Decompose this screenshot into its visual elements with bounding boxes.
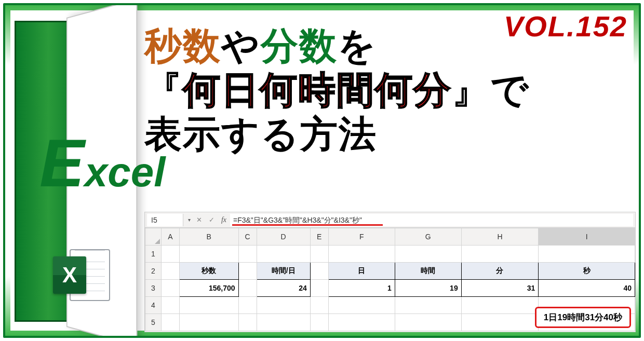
cell-B4[interactable] [180,297,238,314]
title-bracket-close-de: 』で [452,69,530,111]
table-row: 2 秒数 時間/日 日 時間 分 秒 [145,263,635,280]
formula-underline [232,224,383,226]
excel-wordmark-xcel: xcel [85,149,166,195]
cell-H3[interactable]: 31 [461,280,539,297]
excel-screenshot: I5 ▾ ✕ ✓ fx =F3&"日"&G3&"時間"&H3&"分"&I3&"秒… [144,212,636,332]
cell-G5[interactable] [395,314,461,331]
col-header-H[interactable]: H [461,228,539,245]
title-block: 秒数や分数を 『何日何時間何分』で 表示する方法 [144,24,628,156]
title-minutes: 分数 [261,25,338,66]
confirm-formula-icon[interactable]: ✓ [205,216,218,224]
cell-I2[interactable]: 秒 [539,263,635,280]
col-header-E[interactable]: E [310,228,328,245]
row-header-1[interactable]: 1 [145,245,162,263]
column-header-row: A B C D E F G H I [145,228,635,245]
cell-D4[interactable] [257,297,310,314]
cell-B1[interactable] [180,245,238,263]
cell-A4[interactable] [161,297,179,314]
cell-C4[interactable] [238,297,257,314]
col-header-I[interactable]: I [539,228,635,245]
col-header-A[interactable]: A [161,228,179,245]
excel-app-icon: X [53,249,110,301]
col-header-C[interactable]: C [238,228,257,245]
cell-A3[interactable] [161,280,179,297]
title-bracket-open: 『 [144,69,183,111]
col-header-D[interactable]: D [257,228,310,245]
cell-F1[interactable] [328,245,395,263]
title-line-2: 『何日何時間何分』で [144,68,628,112]
volume-label: VOL.152 [504,9,627,43]
title-wo: を [338,25,377,66]
cell-H4[interactable] [461,297,539,314]
col-header-G[interactable]: G [395,228,461,245]
cell-A2[interactable] [161,263,179,280]
cell-H5[interactable] [461,314,539,331]
select-all-corner[interactable] [145,228,162,245]
title-line-3: 表示する方法 [144,112,628,156]
cell-E1[interactable] [310,245,328,263]
row-header-5[interactable]: 5 [145,314,162,331]
excel-x-letter: X [62,263,77,288]
cell-C5[interactable] [238,314,257,331]
cell-E5[interactable] [310,314,328,331]
cell-C2[interactable] [238,263,257,280]
table-row: 1 [145,245,635,263]
cell-G2[interactable]: 時間 [395,263,461,280]
formula-text: =F3&"日"&G3&"時間"&H3&"分"&I3&"秒" [233,216,362,224]
title-phrase: 何日何時間何分 [183,69,452,111]
outer-frame: VOL.152 Excel X 秒数や分数を 『何日何時間何分』で 表示する方法… [3,3,641,338]
cell-B3[interactable]: 156,700 [180,280,238,297]
excel-book-icon: X [53,256,86,294]
cell-A5[interactable] [161,314,179,331]
cell-D5[interactable] [257,314,310,331]
cell-B2[interactable]: 秒数 [180,263,238,280]
cell-F4[interactable] [328,297,395,314]
cell-D1[interactable] [257,245,310,263]
excel-wordmark-e: E [39,125,85,201]
cell-C1[interactable] [238,245,257,263]
cell-D2[interactable]: 時間/日 [257,263,310,280]
cell-I3[interactable]: 40 [539,280,635,297]
cell-H1[interactable] [461,245,539,263]
cell-G4[interactable] [395,297,461,314]
result-highlight-box: 1日19時間31分40秒 [535,307,631,328]
cancel-formula-icon[interactable]: ✕ [193,216,205,224]
row-header-4[interactable]: 4 [145,297,162,314]
name-box[interactable]: I5 [147,214,183,226]
formula-bar: I5 ▾ ✕ ✓ fx =F3&"日"&G3&"時間"&H3&"分"&I3&"秒… [145,212,635,228]
col-header-F[interactable]: F [328,228,395,245]
cell-G1[interactable] [395,245,461,263]
title-seconds: 秒数 [144,25,221,66]
cell-E3[interactable] [310,280,328,297]
formula-input[interactable]: =F3&"日"&G3&"時間"&H3&"分"&I3&"秒" [230,214,633,226]
cell-G3[interactable]: 19 [395,280,461,297]
col-header-B[interactable]: B [180,228,238,245]
spreadsheet-grid: A B C D E F G H I 1 [145,228,635,331]
cell-C3[interactable] [238,280,257,297]
cell-E2[interactable] [310,263,328,280]
fx-icon[interactable]: fx [218,216,230,224]
excel-wordmark: Excel [39,136,165,196]
cell-D3[interactable]: 24 [257,280,310,297]
table-row: 3 156,700 24 1 19 31 40 [145,280,635,297]
cell-E4[interactable] [310,297,328,314]
cell-F2[interactable]: 日 [328,263,395,280]
cell-B5[interactable] [180,314,238,331]
cell-H2[interactable]: 分 [461,263,539,280]
cell-A1[interactable] [161,245,179,263]
row-header-2[interactable]: 2 [145,263,162,280]
title-ya: や [221,25,261,66]
cell-I1[interactable] [539,245,635,263]
name-box-dropdown-icon[interactable]: ▾ [185,217,193,223]
row-header-3[interactable]: 3 [145,280,162,297]
cell-F3[interactable]: 1 [328,280,395,297]
cell-F5[interactable] [328,314,395,331]
